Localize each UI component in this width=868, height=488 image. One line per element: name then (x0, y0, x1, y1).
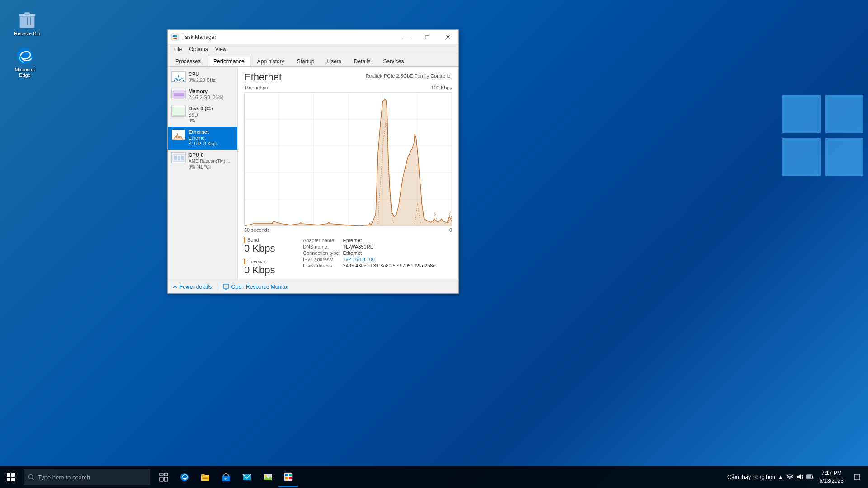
dns-name-label: DNS name: (303, 244, 343, 250)
sidebar-item-gpu[interactable]: GPU 0 AMD Radeon(TM) ... 0% (41 °C) (168, 150, 237, 173)
taskbar-store[interactable]: ★ (216, 467, 236, 487)
graph-title: Ethernet (244, 71, 282, 83)
throughput-label: Throughput (244, 85, 269, 90)
svg-rect-6 (27, 17, 28, 25)
network-icon[interactable] (786, 473, 793, 482)
edge-label: Microsoft Edge (9, 67, 41, 78)
svg-rect-70 (812, 476, 813, 478)
connection-type-label: Connection type: (303, 250, 343, 256)
task-view-button[interactable] (154, 467, 174, 487)
clock-time: 7:17 PM (821, 469, 842, 477)
notification-button[interactable] (850, 466, 864, 488)
menu-file[interactable]: File (170, 44, 185, 54)
adapter-name-label: Adapter name: (303, 237, 343, 244)
disk-info: Disk 0 (C:) SSD 0% (189, 106, 234, 123)
svg-rect-12 (173, 35, 175, 37)
sidebar-item-cpu[interactable]: CPU 0% 2.29 GHz (168, 69, 237, 86)
mem-thumb (171, 89, 186, 99)
svg-rect-61 (284, 473, 292, 481)
taskbar-search[interactable]: Type here to search (24, 469, 150, 485)
svg-rect-44 (11, 478, 15, 481)
svg-rect-22 (178, 156, 180, 160)
time-60s-label: 60 seconds (244, 227, 269, 233)
graph-header: Ethernet Realtek PCIe 2.5GbE Family Cont… (244, 71, 452, 83)
tab-services[interactable]: Services (377, 56, 410, 66)
open-resource-monitor-link[interactable]: Open Resource Monitor (223, 284, 288, 290)
taskbar-photos[interactable] (258, 467, 278, 487)
receive-label: Receive (244, 259, 285, 264)
microsoft-edge-icon[interactable]: Microsoft Edge (7, 45, 43, 80)
ethernet-graph (244, 92, 452, 226)
menu-view[interactable]: View (212, 44, 231, 54)
gpu-name: GPU 0 (189, 152, 234, 158)
svg-rect-50 (164, 477, 168, 481)
menu-options[interactable]: Options (185, 44, 211, 54)
svg-rect-18 (173, 108, 185, 116)
volume-icon[interactable] (796, 473, 803, 482)
gpu-detail1: AMD Radeon(TM) ... (189, 158, 234, 164)
tray-weather-text: Cảm thấy nóng hơn (727, 474, 775, 480)
taskmanager-icon (171, 33, 179, 41)
battery-icon[interactable] (806, 473, 813, 482)
memory-detail: 2.6/7.2 GB (36%) (189, 94, 234, 100)
dns-name-value: TL-WA850RE (343, 244, 439, 250)
svg-rect-65 (289, 477, 292, 479)
graph-area: Ethernet Realtek PCIe 2.5GbE Family Cont… (238, 67, 458, 280)
svg-marker-68 (797, 474, 801, 479)
taskbar: Type here to search (0, 466, 868, 488)
minimize-button[interactable]: — (396, 30, 417, 44)
svg-rect-43 (7, 478, 10, 481)
svg-rect-64 (285, 477, 288, 479)
svg-rect-0 (782, 95, 821, 133)
ipv4-label: IPv4 address: (303, 256, 343, 263)
cpu-thumb (171, 71, 186, 82)
cpu-info: CPU 0% 2.29 GHz (189, 71, 234, 83)
sidebar-item-memory[interactable]: Memory 2.6/7.2 GB (36%) (168, 86, 237, 103)
recycle-bin-label: Recycle Bin (14, 31, 40, 36)
start-button[interactable] (0, 466, 22, 488)
taskbar-mail[interactable] (237, 467, 257, 487)
disk-detail1: SSD (189, 112, 234, 118)
tray-expand-button[interactable]: ▲ (778, 474, 783, 480)
taskbar-file-explorer[interactable] (195, 467, 215, 487)
max-kbps-label: 100 Kbps (431, 85, 452, 90)
svg-line-46 (33, 479, 34, 480)
maximize-button[interactable]: □ (417, 30, 438, 44)
tab-users[interactable]: Users (321, 56, 347, 66)
svg-rect-23 (181, 156, 184, 160)
sidebar-item-ethernet[interactable]: Ethernet Ethernet S: 0 R: 0 Kbps (168, 127, 237, 150)
send-label: Send (244, 237, 285, 243)
window-title: Task Manager (182, 34, 396, 40)
svg-rect-38 (223, 284, 229, 288)
connection-type-value: Ethernet (343, 250, 439, 256)
graph-subtitle: Realtek PCIe 2.5GbE Family Controller (366, 73, 452, 79)
taskbar-taskmanager[interactable] (278, 467, 298, 487)
menubar: File Options View (168, 44, 458, 54)
monitor-icon (223, 284, 229, 290)
tab-app-history[interactable]: App history (251, 56, 290, 66)
clock[interactable]: 7:17 PM 6/13/2023 (816, 469, 847, 485)
svg-rect-48 (164, 473, 168, 476)
tab-processes[interactable]: Processes (170, 56, 207, 66)
svg-rect-9 (24, 12, 30, 14)
disk-name: Disk 0 (C:) (189, 106, 234, 112)
svg-rect-55 (202, 478, 208, 479)
chevron-up-icon (172, 284, 178, 290)
sidebar-item-disk[interactable]: Disk 0 (C:) SSD 0% (168, 103, 237, 126)
main-content: CPU 0% 2.29 GHz Memory 2.6/7.2 GB (3 (168, 67, 458, 280)
tab-details[interactable]: Details (348, 56, 377, 66)
close-button[interactable]: ✕ (438, 30, 458, 44)
svg-rect-53 (201, 474, 205, 476)
svg-rect-63 (289, 474, 292, 476)
ipv6-value: 2405:4803:db31:8a80:5e9:7951:f2fa:2b8e (343, 263, 439, 269)
throughput-label-row: Throughput 100 Kbps (244, 85, 452, 90)
receive-value: 0 Kbps (244, 265, 275, 275)
tab-performance[interactable]: Performance (208, 56, 250, 66)
tab-startup[interactable]: Startup (291, 56, 321, 66)
task-manager-window: Task Manager — □ ✕ File Options View Pro… (167, 29, 459, 294)
recycle-bin-icon[interactable]: Recycle Bin (9, 9, 45, 38)
gpu-info: GPU 0 AMD Radeon(TM) ... 0% (41 °C) (189, 152, 234, 170)
fewer-details-link[interactable]: Fewer details (172, 284, 212, 290)
taskbar-edge[interactable] (175, 467, 194, 487)
gpu-detail2: 0% (41 °C) (189, 164, 234, 170)
